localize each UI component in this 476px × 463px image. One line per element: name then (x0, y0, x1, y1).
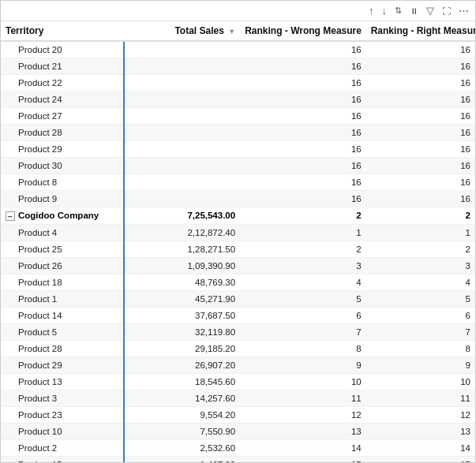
pause-icon[interactable]: ⏸ (408, 6, 420, 17)
cell-ranking-wrong: 16 (240, 41, 366, 58)
cell-territory: Product 20 (1, 41, 131, 58)
cell-ranking-wrong: 16 (240, 75, 366, 91)
cell-ranking-wrong: 7 (240, 323, 366, 340)
col-total-sales[interactable]: Total Sales ▼ (131, 21, 240, 41)
cell-territory: Product 29 (1, 357, 131, 373)
cell-ranking-wrong: 5 (240, 290, 366, 307)
expand-collapse-icon[interactable]: − (6, 211, 15, 221)
cell-ranking-right: 2 (366, 241, 475, 257)
cell-ranking-wrong: 16 (240, 108, 366, 125)
table-row: Product 211616 (1, 58, 475, 75)
cell-total-sales (131, 58, 240, 75)
sort-both-icon[interactable]: ⇅ (393, 5, 403, 17)
cell-ranking-right: 8 (366, 340, 475, 357)
table-row: Product 22,532.601414 (1, 439, 475, 456)
cell-total-sales: 14,257.60 (131, 390, 240, 406)
cell-territory: Product 15 (1, 456, 131, 462)
cell-territory: Product 10 (1, 423, 131, 439)
cell-territory: Product 25 (1, 241, 131, 257)
data-table: Territory Total Sales ▼ Ranking - Wrong … (1, 21, 475, 462)
cell-ranking-right: 6 (366, 307, 475, 323)
cell-total-sales: 7,550.90 (131, 423, 240, 439)
cell-ranking-right: 12 (366, 406, 475, 423)
cell-territory: Product 26 (1, 257, 131, 274)
cell-territory: Product 29 (1, 141, 131, 158)
cell-ranking-wrong: 11 (240, 390, 366, 406)
cell-total-sales: 1,407.00 (131, 456, 240, 462)
cell-total-sales: 45,271.90 (131, 290, 240, 307)
col-ranking-wrong[interactable]: Ranking - Wrong Measure (240, 21, 366, 41)
cell-total-sales (131, 174, 240, 191)
table-row: Product 1437,687.5066 (1, 307, 475, 323)
cell-ranking-wrong: 1 (240, 224, 366, 241)
cell-ranking-right: 16 (366, 141, 475, 158)
cell-ranking-right: 16 (366, 91, 475, 108)
cell-total-sales (131, 191, 240, 207)
cell-ranking-right: 16 (366, 75, 475, 91)
cell-total-sales: 2,532.60 (131, 439, 240, 456)
cell-ranking-right: 16 (366, 58, 475, 75)
cell-total-sales (131, 158, 240, 174)
cell-ranking-wrong: 16 (240, 125, 366, 141)
filter-icon[interactable]: ▽ (425, 4, 436, 17)
table-row: Product 314,257.601111 (1, 390, 475, 406)
table-row: Product 81616 (1, 174, 475, 191)
table-row: Product 2829,185.2088 (1, 340, 475, 357)
table-row: Product 1318,545.601010 (1, 373, 475, 390)
cell-ranking-right: 14 (366, 439, 475, 456)
table-row: Product 241616 (1, 91, 475, 108)
table-header-row: Territory Total Sales ▼ Ranking - Wrong … (1, 21, 475, 41)
sort-arrow-total-sales: ▼ (228, 28, 235, 35)
table-row: Product 221616 (1, 75, 475, 91)
cell-territory: Product 23 (1, 406, 131, 423)
cell-ranking-right: 2 (366, 207, 475, 225)
more-icon[interactable]: ⋯ (457, 4, 470, 17)
expand-icon[interactable]: ⛶ (440, 6, 452, 17)
cell-territory: Product 13 (1, 373, 131, 390)
sort-asc-icon[interactable]: ↑ (367, 4, 376, 17)
cell-ranking-right: 13 (366, 423, 475, 439)
table-row: Product 261,09,390.9033 (1, 257, 475, 274)
cell-total-sales (131, 141, 240, 158)
group-label: Cogidoo Company (18, 211, 99, 220)
cell-ranking-wrong: 16 (240, 141, 366, 158)
cell-ranking-right: 16 (366, 41, 475, 58)
table-row: Product 271616 (1, 108, 475, 125)
cell-territory: Product 4 (1, 224, 131, 241)
sort-desc-icon[interactable]: ↓ (380, 4, 389, 17)
cell-ranking-right: 16 (366, 125, 475, 141)
cell-ranking-right: 1 (366, 224, 475, 241)
cell-ranking-right: 16 (366, 158, 475, 174)
cell-territory: Product 14 (1, 307, 131, 323)
cell-ranking-wrong: 13 (240, 423, 366, 439)
cell-territory: Product 1 (1, 290, 131, 307)
cell-ranking-right: 9 (366, 357, 475, 373)
cell-ranking-right: 16 (366, 108, 475, 125)
cell-ranking-right: 15 (366, 456, 475, 462)
cell-territory: Product 5 (1, 323, 131, 340)
col-territory[interactable]: Territory (1, 21, 131, 41)
cell-territory: Product 28 (1, 340, 131, 357)
cell-territory: Product 28 (1, 125, 131, 141)
cell-ranking-wrong: 16 (240, 58, 366, 75)
cell-ranking-wrong: 16 (240, 174, 366, 191)
cell-ranking-wrong: 14 (240, 439, 366, 456)
table-wrapper[interactable]: Territory Total Sales ▼ Ranking - Wrong … (1, 21, 475, 462)
cell-total-sales: 9,554.20 (131, 406, 240, 423)
cell-territory: Product 2 (1, 439, 131, 456)
cell-ranking-wrong: 16 (240, 91, 366, 108)
cell-territory: Product 8 (1, 174, 131, 191)
col-ranking-right[interactable]: Ranking - Right Measure (366, 21, 475, 41)
table-row: Product 301616 (1, 158, 475, 174)
toolbar: ↑ ↓ ⇅ ⏸ ▽ ⛶ ⋯ (1, 1, 475, 21)
cell-total-sales: 2,12,872.40 (131, 224, 240, 241)
cell-total-sales: 1,28,271.50 (131, 241, 240, 257)
cell-territory: Product 18 (1, 274, 131, 290)
cell-total-sales: 18,545.60 (131, 373, 240, 390)
table-row: Product 532,119.8077 (1, 323, 475, 340)
cell-ranking-right: 3 (366, 257, 475, 274)
cell-territory: Product 3 (1, 390, 131, 406)
cell-ranking-right: 4 (366, 274, 475, 290)
cell-total-sales: 26,907.20 (131, 357, 240, 373)
table-row: Product 2926,907.2099 (1, 357, 475, 373)
